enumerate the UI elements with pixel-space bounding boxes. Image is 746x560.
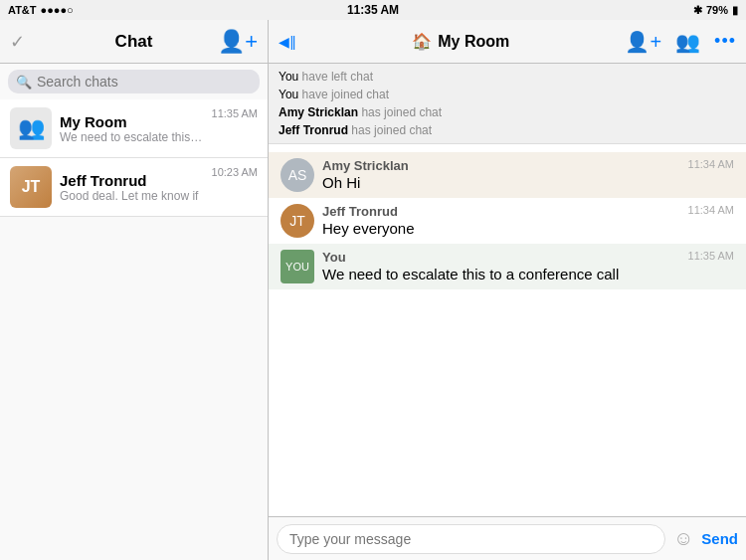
system-msg-1: You have joined chat [279, 86, 736, 103]
add-chat-button[interactable]: 👤+ [218, 29, 258, 55]
group-icon[interactable]: 👥 [675, 30, 700, 54]
back-button[interactable]: ◀‖ [279, 34, 296, 50]
chat-info-jeff: Jeff Tronrud Good deal. Let me know if [60, 172, 204, 203]
back-arrow-icon: ◀‖ [279, 34, 296, 50]
avatar-jeff: JT [10, 166, 52, 208]
chat-title: Chat [115, 32, 153, 52]
search-icon: 🔍 [16, 75, 32, 90]
room-icon: 🏠 [412, 32, 432, 51]
send-button[interactable]: Send [701, 530, 738, 547]
app-container: ✓ Chat 👤+ ◀‖ 🏠 My Room 👤+ 👥 ••• [0, 20, 746, 560]
carrier-text: AT&T [8, 4, 37, 16]
emoji-button[interactable]: ☺ [673, 527, 693, 550]
battery-text: 79% [706, 4, 728, 16]
amy-name: Amy Stricklan [279, 105, 358, 119]
jeff-name: Jeff Tronrud [279, 123, 348, 137]
system-msg-text-3: has joined chat [351, 123, 432, 137]
nav-header: ✓ Chat 👤+ ◀‖ 🏠 My Room 👤+ 👥 ••• [0, 20, 746, 64]
avatar-jeff-msg: JT [280, 204, 314, 238]
you-prefix-1: You [279, 88, 298, 101]
message-row-0: AS Amy Stricklan Oh Hi 11:34 AM [269, 152, 746, 198]
message-row-1: JT Jeff Tronrud Hey everyone 11:34 AM [269, 198, 746, 244]
left-panel: 🔍 👥 My Room We need to escalate this to … [0, 64, 269, 560]
msg-sender-1: Jeff Tronrud [322, 204, 680, 219]
system-msg-text-1: have joined chat [302, 88, 389, 101]
system-msg-text-0: have left chat [302, 70, 373, 84]
add-participant-icon[interactable]: 👤+ [625, 30, 661, 54]
msg-content-1: Jeff Tronrud Hey everyone [322, 204, 680, 237]
msg-sender-0: Amy Stricklan [322, 158, 680, 173]
system-msg-3: Jeff Tronrud has joined chat [279, 121, 736, 139]
chat-time-jeff: 10:23 AM [212, 166, 258, 178]
search-bar[interactable]: 🔍 [8, 70, 260, 93]
system-messages-area: You have left chat You have joined chat … [269, 64, 746, 144]
body-container: 🔍 👥 My Room We need to escalate this to … [0, 64, 746, 560]
chat-name-my-room: My Room [60, 113, 204, 130]
system-msg-2: Amy Stricklan has joined chat [279, 103, 736, 121]
msg-content-2: You We need to escalate this to a confer… [322, 250, 680, 282]
jeff-avatar-img: JT [10, 166, 52, 208]
add-person-icon: 👤+ [218, 29, 258, 55]
chat-preview-jeff: Good deal. Let me know if [60, 189, 204, 203]
bluetooth-icon: ✱ [693, 4, 702, 17]
search-input[interactable] [37, 74, 252, 90]
msg-text-1: Hey everyone [322, 220, 680, 237]
avatar-amy-msg: AS [280, 158, 314, 192]
msg-text-0: Oh Hi [322, 174, 680, 191]
msg-text-2: We need to escalate this to a conference… [322, 266, 680, 282]
avatar-my-room: 👥 [10, 107, 52, 149]
right-panel-header: ◀‖ 🏠 My Room 👤+ 👥 ••• [269, 30, 746, 54]
left-panel-header: ✓ Chat 👤+ [0, 20, 269, 63]
system-msg-0: You have left chat [279, 68, 736, 86]
status-left: AT&T ●●●●○ [8, 4, 74, 16]
check-icon[interactable]: ✓ [10, 31, 25, 53]
message-input[interactable] [277, 524, 665, 554]
message-row-2: YOU You We need to escalate this to a co… [269, 244, 746, 289]
room-name: My Room [438, 33, 509, 51]
msg-time-0: 11:34 AM [688, 158, 734, 170]
group-avatar-icon: 👥 [18, 115, 45, 141]
messages-area: AS Amy Stricklan Oh Hi 11:34 AM JT Jeff … [269, 144, 746, 516]
right-panel: You have left chat You have joined chat … [269, 64, 746, 560]
message-input-bar: ☺ Send [269, 516, 746, 560]
avatar-you-msg: YOU [280, 250, 314, 283]
header-icons-right: 👤+ 👥 ••• [625, 30, 736, 54]
battery-icon: ▮ [732, 4, 738, 17]
room-title-area: 🏠 My Room [412, 32, 509, 51]
chat-item-jeff[interactable]: JT Jeff Tronrud Good deal. Let me know i… [0, 158, 268, 217]
chat-name-jeff: Jeff Tronrud [60, 172, 204, 189]
status-bar: AT&T ●●●●○ 11:35 AM ✱ 79% ▮ [0, 0, 746, 20]
chat-time-my-room: 11:35 AM [212, 107, 258, 119]
msg-sender-2: You [322, 250, 680, 265]
signal-icon: ●●●●○ [41, 4, 74, 16]
system-msg-text-2: has joined chat [361, 105, 442, 119]
status-right: ✱ 79% ▮ [693, 4, 738, 17]
msg-time-1: 11:34 AM [688, 204, 734, 216]
chat-list: 👥 My Room We need to escalate this to a … [0, 99, 268, 560]
chat-preview-my-room: We need to escalate this to a [60, 130, 204, 144]
msg-time-2: 11:35 AM [688, 250, 734, 262]
more-options-icon[interactable]: ••• [714, 31, 736, 52]
chat-item-my-room[interactable]: 👥 My Room We need to escalate this to a … [0, 99, 268, 158]
msg-content-0: Amy Stricklan Oh Hi [322, 158, 680, 191]
chat-info-my-room: My Room We need to escalate this to a [60, 113, 204, 144]
you-prefix-0: You [279, 70, 298, 84]
status-time: 11:35 AM [347, 3, 399, 17]
